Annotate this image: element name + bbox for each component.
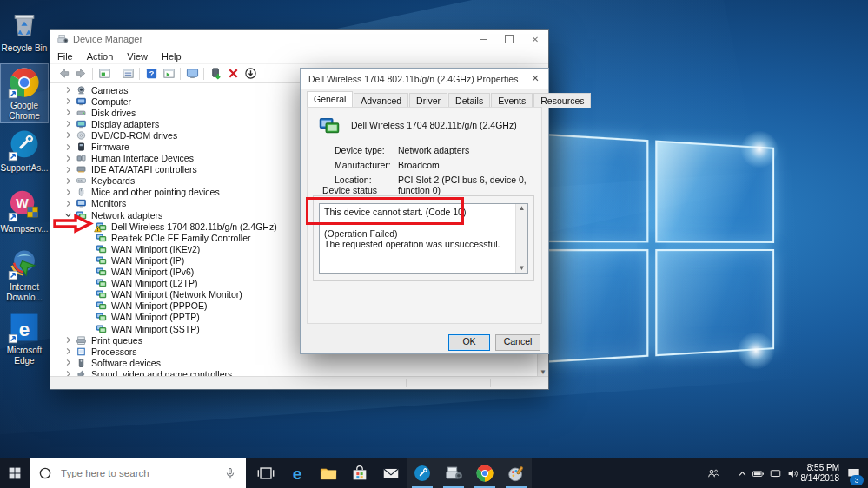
network-icon [96, 312, 107, 322]
tree-item-label: Network adapters [91, 210, 162, 221]
network-icon [96, 278, 107, 288]
start-button[interactable] [0, 458, 30, 488]
network-adapter-icon [316, 115, 342, 136]
show-items-icon[interactable] [160, 66, 177, 82]
desktop-icon-microsoft-edge[interactable]: eMicrosoft Edge [1, 309, 48, 367]
computer-icon[interactable] [183, 66, 201, 82]
menu-item-file[interactable]: File [50, 51, 80, 62]
title-bar[interactable]: Device Manager [50, 30, 548, 49]
svg-text:e: e [19, 319, 30, 340]
taskbar-app-file-explorer[interactable] [313, 458, 344, 488]
dvd-icon [76, 130, 87, 141]
desktop-icon-label: Recycle Bin [2, 43, 48, 54]
status-bar-divider [406, 379, 407, 387]
chevron-right-icon[interactable] [63, 154, 76, 163]
field-label: Device type: [335, 145, 385, 155]
menu-item-view[interactable]: View [120, 51, 155, 62]
microphone-icon[interactable] [223, 466, 237, 480]
tray-chevron-up-icon[interactable] [733, 458, 751, 488]
update-driver-icon[interactable] [207, 66, 224, 82]
back-icon[interactable] [55, 66, 72, 82]
uninstall-device-icon[interactable] [224, 66, 242, 82]
tray-volume-icon[interactable] [784, 458, 801, 488]
taskbar-app-supportassist[interactable] [407, 458, 438, 488]
tree-item-label: Processors [91, 346, 137, 357]
chevron-right-icon[interactable] [63, 176, 76, 186]
desktop-icon-recycle-bin[interactable]: Recycle Bin [1, 7, 48, 56]
action-center-button[interactable]: 3 [841, 458, 865, 488]
cancel-button[interactable]: Cancel [495, 334, 540, 351]
internet-download-manager-icon [8, 247, 41, 280]
export-list-icon[interactable] [119, 66, 136, 82]
google-chrome-icon [8, 66, 41, 99]
chevron-right-icon[interactable] [63, 165, 76, 175]
chevron-right-icon[interactable] [63, 358, 76, 367]
console-window-icon[interactable] [96, 66, 113, 82]
menu-item-action[interactable]: Action [80, 51, 121, 62]
monitor-icon [76, 198, 87, 208]
taskbar-app-paint[interactable] [500, 458, 532, 488]
chevron-right-icon[interactable] [63, 96, 76, 106]
taskbar-search[interactable] [30, 458, 246, 488]
taskbar-app-chrome[interactable] [469, 458, 500, 488]
dialog-title-bar[interactable]: Dell Wireless 1704 802.11b/g/n (2.4GHz) … [301, 69, 548, 89]
tree-item-label: Computer [91, 96, 131, 107]
network-icon [96, 300, 107, 311]
taskbar-app-task-view[interactable] [250, 458, 282, 488]
tree-item-label: IDE ATA/ATAPI controllers [91, 164, 197, 175]
taskbar-app-device-manager[interactable] [438, 458, 469, 488]
chevron-right-icon[interactable] [63, 142, 76, 152]
taskbar-app-mail[interactable] [375, 458, 407, 488]
chevron-right-icon[interactable] [63, 108, 76, 117]
tab-general[interactable]: General [307, 91, 353, 108]
tree-item-label: Disk drives [91, 108, 136, 118]
toolbar-separator [139, 68, 140, 80]
hid-icon [76, 153, 87, 163]
scan-hardware-icon[interactable] [242, 66, 259, 82]
chevron-right-icon[interactable] [63, 119, 76, 129]
scroll-down-icon[interactable]: ▼ [519, 264, 526, 273]
close-icon[interactable] [522, 30, 548, 49]
taskbar-clock[interactable]: 8:55 PM 8/14/2018 [799, 458, 839, 488]
taskbar-app-edge[interactable]: e [282, 458, 313, 488]
desktop-icon-google-chrome[interactable]: Google Chrome [1, 64, 48, 122]
maximize-icon[interactable] [496, 30, 522, 49]
tab-details[interactable]: Details [448, 93, 490, 108]
forward-icon[interactable] [72, 66, 89, 82]
tree-item-label: WAN Miniport (L2TP) [111, 278, 197, 288]
chevron-right-icon[interactable] [63, 346, 76, 356]
dialog-close-icon[interactable]: ✕ [522, 73, 548, 84]
chevron-right-icon[interactable] [63, 335, 76, 345]
desktop-icon-supportassist[interactable]: SupportAs... [1, 127, 48, 175]
menu-item-help[interactable]: Help [155, 51, 189, 62]
chevron-right-icon[interactable] [63, 130, 76, 140]
status-bar [50, 376, 548, 389]
tree-item-label: WAN Miniport (IPv6) [111, 267, 194, 277]
chevron-right-icon[interactable] [63, 188, 76, 197]
chevron-right-icon[interactable] [63, 85, 76, 95]
tray-people-icon[interactable] [704, 458, 721, 488]
ok-button[interactable]: OK [448, 334, 490, 351]
tab-events[interactable]: Events [491, 93, 533, 108]
chevron-right-icon[interactable] [63, 199, 76, 208]
status-scrollbar[interactable]: ▲ ▼ [515, 204, 527, 273]
tree-item-label: WAN Miniport (Network Monitor) [111, 289, 242, 300]
tray-battery-icon[interactable] [749, 458, 766, 488]
network-icon [96, 233, 107, 243]
minimize-icon[interactable] [470, 30, 496, 49]
tab-resources[interactable]: Resources [533, 93, 591, 108]
tree-item[interactable]: Software devices [50, 357, 538, 368]
status-line: (Operation Failed) [324, 228, 512, 240]
red-arrow-annotation [52, 214, 94, 234]
help-icon[interactable]: ? [142, 66, 160, 82]
scroll-up-icon[interactable]: ▲ [519, 204, 526, 213]
field-value: Network adapters [398, 145, 469, 155]
tray-network-icon[interactable] [766, 458, 784, 488]
tree-item-label: Software devices [91, 358, 161, 368]
taskbar-app-store[interactable] [344, 458, 375, 488]
search-input[interactable] [59, 467, 223, 479]
desktop-icon-internet-download-manager[interactable]: Internet Downlo... [1, 246, 48, 304]
tab-driver[interactable]: Driver [409, 93, 447, 108]
tab-advanced[interactable]: Advanced [354, 93, 408, 108]
desktop-icon-wampserver[interactable]: WWampserv... [1, 188, 48, 236]
